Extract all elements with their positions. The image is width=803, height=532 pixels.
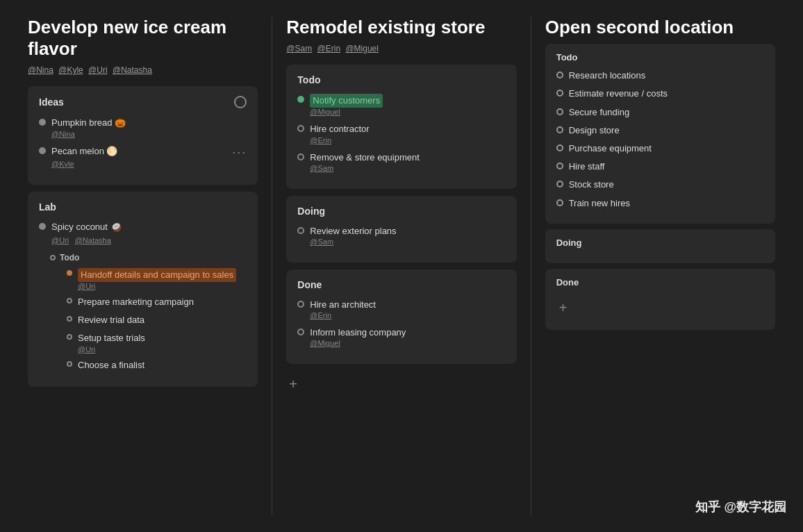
subtask-name-finalist: Choose a finalist xyxy=(78,359,144,372)
task-name-pecan: Pecan melon 🌕 xyxy=(51,145,118,158)
col3-add-button[interactable]: + xyxy=(556,297,570,319)
subtask-assignee-uri[interactable]: @Uri xyxy=(78,282,247,290)
task-bullet-pumpkin xyxy=(39,119,46,126)
lab-label: Lab xyxy=(39,201,56,213)
member-miguel[interactable]: @Miguel xyxy=(345,44,379,53)
subtask-marketing: Prepare marketing campaign xyxy=(67,296,247,308)
member-uri[interactable]: @Uri xyxy=(88,65,108,75)
remodel-done-card: Done Hire an architect @Erin Inform leas… xyxy=(286,269,516,364)
todo-text-stock: Stock store xyxy=(569,178,614,191)
column-1: Develop new ice cream flavor @Nina @Kyle… xyxy=(17,17,269,515)
task-hire-architect: Hire an architect @Erin xyxy=(297,299,505,319)
todo-item-staff: Hire staff xyxy=(556,160,764,173)
todo-item-funding: Secure funding xyxy=(556,106,764,119)
col3-done-section: Done + xyxy=(545,269,775,330)
column-3: Open second location Todo Research locat… xyxy=(534,17,786,515)
remodel-todo-label: Todo xyxy=(297,74,505,85)
subtask-taste: Setup taste trials @Uri xyxy=(67,332,247,353)
todo-bullet-funding xyxy=(556,108,563,115)
column-2: Remodel existing store @Sam @Erin @Migue… xyxy=(275,17,527,515)
task-bullet-leasing xyxy=(297,329,304,335)
todo-label-text: Todo xyxy=(297,74,320,85)
ideas-card-title: Ideas xyxy=(39,96,247,108)
subtask-todo-label: Todo xyxy=(60,253,79,263)
subtask-name-handoff: Handoff details and campaign to sales xyxy=(78,268,236,282)
member-natasha[interactable]: @Natasha xyxy=(113,65,152,75)
task-name-pumpkin: Pumpkin bread 🎃 xyxy=(51,117,126,129)
col3-todo-label: Todo xyxy=(556,52,764,63)
subtask-assignee-uri2[interactable]: @Uri xyxy=(78,345,247,354)
task-name-coconut: Spicy coconut 🥥 xyxy=(51,221,122,233)
col3-todo-section: Todo Research locations Estimate revenue… xyxy=(545,44,775,224)
col3-doing-label: Doing xyxy=(556,238,764,248)
more-icon[interactable]: ··· xyxy=(232,145,247,160)
divider-2 xyxy=(531,17,531,515)
todo-text-train: Train new hires xyxy=(569,197,630,210)
task-assignee-erin2[interactable]: @Erin xyxy=(310,311,505,319)
task-name-architect: Hire an architect xyxy=(310,299,376,311)
doing-label-text: Doing xyxy=(297,206,325,217)
todo-item-train: Train new hires xyxy=(556,197,764,210)
todo-text-equipment: Purchase equipment xyxy=(569,142,652,155)
col3-title: Open second location xyxy=(545,17,775,38)
coconut-assignees: @Uri @Natasha xyxy=(51,233,247,246)
todo-bullet-staff xyxy=(556,163,563,169)
task-name-contractor: Hire contractor xyxy=(310,123,369,135)
col1-title: Develop new ice cream flavor xyxy=(28,17,258,60)
todo-text-funding: Secure funding xyxy=(569,106,629,119)
circle-icon xyxy=(234,96,247,108)
task-bullet-notify xyxy=(297,96,304,103)
task-bullet-exterior xyxy=(297,227,304,234)
done-label-text: Done xyxy=(297,279,322,290)
member-nina[interactable]: @Nina xyxy=(28,65,53,75)
col3-plus-area: + xyxy=(556,294,764,322)
sub-bullet-taste xyxy=(67,334,72,340)
col2-add-button[interactable]: + xyxy=(286,374,300,395)
task-bullet-contractor xyxy=(297,125,304,132)
assignee-natasha[interactable]: @Natasha xyxy=(75,236,111,244)
task-name-exterior: Review exterior plans xyxy=(310,225,396,238)
member-sam[interactable]: @Sam xyxy=(286,44,312,53)
member-erin[interactable]: @Erin xyxy=(317,44,341,53)
subtask-name-taste: Setup taste trials xyxy=(78,332,145,344)
todo-item-stock: Stock store xyxy=(556,178,764,191)
todo-bullet-train xyxy=(556,199,563,206)
member-kyle[interactable]: @Kyle xyxy=(58,65,83,75)
task-assignee-sam[interactable]: @Sam xyxy=(310,164,505,172)
remodel-doing-label: Doing xyxy=(297,206,505,217)
todo-bullet-equipment2 xyxy=(556,144,563,151)
task-assignee-kyle[interactable]: @Kyle xyxy=(51,160,247,168)
assignee-uri[interactable]: @Uri xyxy=(51,236,69,244)
task-assignee-miguel2[interactable]: @Miguel xyxy=(310,339,505,347)
ideas-card: Ideas Pumpkin bread 🎃 @Nina Pecan melon … xyxy=(28,86,258,184)
task-notify: Notify customers @Miguel xyxy=(297,94,505,116)
task-assignee-miguel[interactable]: @Miguel xyxy=(310,108,505,116)
todo-bullet-design xyxy=(556,126,563,133)
task-name-equipment: Remove & store equipment xyxy=(310,151,420,164)
remodel-todo-card: Todo Notify customers @Miguel Hire contr… xyxy=(286,65,516,189)
task-remove-equipment: Remove & store equipment @Sam xyxy=(297,151,505,172)
col2-title: Remodel existing store xyxy=(286,17,516,38)
task-pecan: Pecan melon 🌕 ··· @Kyle xyxy=(39,145,247,168)
todo-item-equipment: Purchase equipment xyxy=(556,142,764,155)
sub-bullet-review xyxy=(67,316,72,322)
subtask-handoff: Handoff details and campaign to sales @U… xyxy=(67,268,247,290)
task-assignee-sam2[interactable]: @Sam xyxy=(310,238,505,246)
todo-item-estimate: Estimate revenue / costs xyxy=(556,88,764,100)
todo-bullet-estimate xyxy=(556,90,563,97)
task-hire-contractor: Hire contractor @Erin xyxy=(297,123,505,144)
task-assignee-erin[interactable]: @Erin xyxy=(310,136,505,144)
todo-item-design: Design store xyxy=(556,124,764,137)
todo-bullet-stock xyxy=(556,181,563,188)
subtask-finalist: Choose a finalist xyxy=(67,359,247,372)
lab-card-title: Lab xyxy=(39,201,247,213)
todo-item-research: Research locations xyxy=(556,69,764,82)
task-assignee-nina[interactable]: @Nina xyxy=(51,130,247,138)
col2-plus-area: + xyxy=(286,371,516,398)
todo-text-design: Design store xyxy=(569,124,620,137)
sub-bullet-marketing xyxy=(67,298,72,304)
task-inform-leasing: Inform leasing company @Miguel xyxy=(297,326,505,347)
watermark: 知乎 @数字花园 xyxy=(695,499,786,515)
divider-1 xyxy=(272,17,272,515)
task-name-notify: Notify customers xyxy=(310,94,383,108)
